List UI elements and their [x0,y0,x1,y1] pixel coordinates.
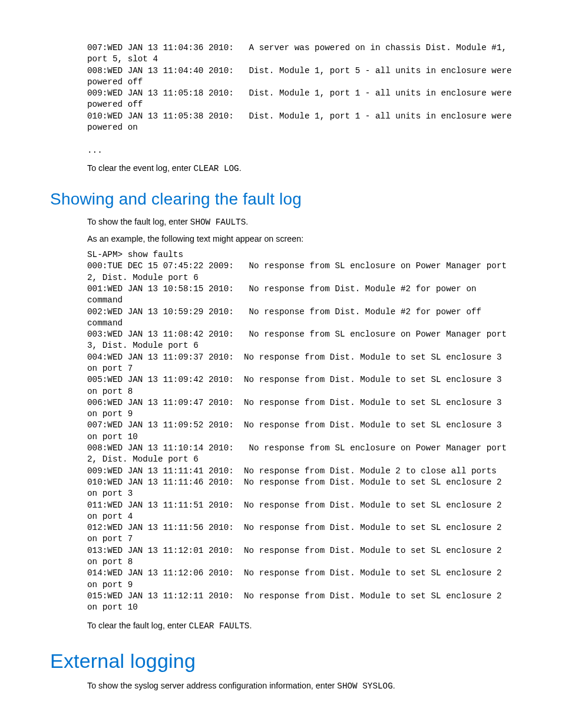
event-log-output: 007:WED JAN 13 11:04:36 2010: A server w… [87,42,512,156]
fault-log-block: To show the fault log, enter SHOW FAULTS… [87,216,512,632]
fault-log-heading: Showing and clearing the fault log [50,190,512,209]
clear-log-command: CLEAR LOG [193,164,239,173]
show-syslog-command: SHOW SYSLOG [337,681,392,691]
fault-log-output: SL-APM> show faults 000:TUE DEC 15 07:45… [87,249,512,614]
show-fault-instruction: To show the fault log, enter SHOW FAULTS… [87,216,512,228]
clear-faults-command: CLEAR FAULTS [189,621,249,631]
show-fault-lead: To show the fault log, enter [87,217,190,226]
show-fault-tail: . [246,217,248,226]
clear-event-tail: . [239,163,242,173]
syslog-lead: To show the syslog server address config… [87,681,337,690]
clear-fault-lead: To clear the fault log, enter [87,621,189,630]
document-page: 007:WED JAN 13 11:04:36 2010: A server w… [0,0,562,728]
external-logging-block: To show the syslog server address config… [87,680,512,692]
syslog-instruction: To show the syslog server address config… [87,680,512,692]
example-intro: As an example, the following text might … [87,233,512,245]
event-log-block: 007:WED JAN 13 11:04:36 2010: A server w… [87,42,512,174]
syslog-tail: . [393,681,395,690]
clear-event-instruction: To clear the event log, enter CLEAR LOG. [87,162,512,174]
external-logging-heading: External logging [50,650,512,673]
clear-fault-instruction: To clear the fault log, enter CLEAR FAUL… [87,620,512,632]
show-faults-command: SHOW FAULTS [190,218,246,227]
clear-event-lead: To clear the event log, enter [87,163,193,173]
clear-fault-tail: . [249,621,252,630]
